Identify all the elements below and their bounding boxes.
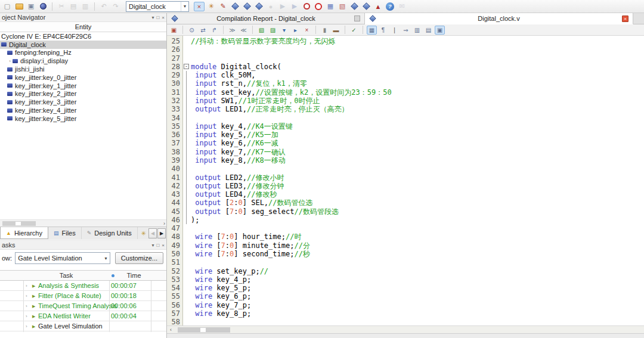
code-line[interactable]: output LED4,//修改秒	[183, 190, 644, 199]
tree-item[interactable]: key_jitter:key_2_jitter	[0, 90, 166, 98]
code-editor[interactable]: 2526272829303132333435363738394041424344…	[167, 36, 644, 325]
code-line[interactable]: output LED2,//修改小时	[183, 173, 644, 182]
chevron-down-icon[interactable]: ▾	[181, 2, 188, 11]
code-line[interactable]: output LED3,//修改分钟	[183, 182, 644, 190]
templates-icon[interactable]: ▬	[331, 26, 341, 35]
code-line[interactable]: output LED1,//正常走时亮，停止灭（高亮）	[183, 105, 644, 113]
code-line[interactable]: //抖动：数码管显示数字要亮度均匀，无闪烁	[183, 37, 644, 45]
cut-icon[interactable]: ✂	[56, 2, 67, 11]
code-line[interactable]: input key_7,//K7一确认	[183, 148, 644, 156]
code-line[interactable]: wire key_5_p;	[183, 284, 644, 292]
tree-item[interactable]: jishi:i_jishi	[0, 65, 166, 73]
scroll-left-icon[interactable]: ‹	[170, 326, 172, 333]
tab-scroll-left-button[interactable]: ◀	[148, 228, 157, 238]
code-line[interactable]: output [2:0] SEL,//数码管位选	[183, 199, 644, 207]
paste-icon[interactable]: ▥	[80, 2, 91, 11]
scrollbar-thumb[interactable]	[2, 221, 36, 226]
code-line[interactable]: input set_key,//设置按键，k2，设置时间为23：59：50	[183, 88, 644, 97]
code-line[interactable]: input key_4,//K4一设置键	[183, 122, 644, 131]
code-line[interactable]: wire key_4_p;	[183, 275, 644, 284]
pin-document-icon[interactable]: ▮	[320, 26, 330, 35]
flow-combobox[interactable]: Gate Level Simulation ▾	[15, 252, 110, 264]
code-line[interactable]: input key_8,//K8一移动	[183, 156, 644, 165]
bookmark-next-icon[interactable]: ▸	[290, 26, 301, 35]
tab-design-units[interactable]: ✎Design Units	[82, 227, 138, 239]
dock-float-icon[interactable]: □	[156, 15, 159, 20]
tree-item[interactable]: key_jitter:key_0_jitter	[0, 73, 166, 82]
code-line[interactable]	[183, 258, 644, 266]
tab-digital-clock-v[interactable]: Digital_clock.v ×	[365, 13, 633, 24]
dock-close-icon[interactable]: ×	[162, 15, 165, 20]
replace-icon[interactable]: ⇄	[198, 26, 208, 35]
cursor-mode-icon[interactable]: |	[389, 26, 400, 35]
programmer-icon[interactable]: ▲	[373, 2, 383, 11]
undo-icon[interactable]: ↶	[98, 2, 109, 11]
expand-chevron-icon[interactable]: ›	[26, 301, 27, 311]
task-row[interactable]: ›▶Fitter (Place & Route)00:00:18	[0, 291, 166, 301]
fullscreen-icon[interactable]: ▣	[435, 26, 445, 35]
customize-button[interactable]: Customize...	[115, 252, 163, 264]
dock-menu-icon[interactable]: ▾	[151, 15, 154, 20]
open-file-icon[interactable]	[14, 2, 24, 11]
chevron-right-icon[interactable]: ›	[7, 58, 13, 64]
find-icon[interactable]: ⊙	[187, 26, 197, 35]
expand-chevron-icon[interactable]: ›	[26, 291, 27, 301]
code-line[interactable]: wire key_7_p;	[183, 301, 644, 309]
code-area[interactable]: //抖动：数码管显示数字要亮度均匀，无闪烁-module Digital_clo…	[183, 36, 644, 325]
bookmark-toggle-icon[interactable]: ▾	[279, 26, 289, 35]
code-line[interactable]: input key_5,//K5一加	[183, 131, 644, 139]
rtl-viewer-icon[interactable]: ▦	[325, 2, 336, 11]
syntax-check-icon[interactable]: ✓	[349, 26, 359, 35]
tree-horizontal-scrollbar[interactable]: ›	[0, 219, 166, 227]
assignment-editor-icon[interactable]	[253, 2, 264, 11]
wand-icon[interactable]: ✳	[141, 230, 146, 237]
clock-icon[interactable]	[301, 2, 312, 11]
dock-close-icon[interactable]: ×	[162, 243, 165, 248]
code-line[interactable]: input key_6,//K6一减	[183, 139, 644, 147]
tab-files[interactable]: ▤Files	[48, 227, 82, 239]
tree-item[interactable]: Cyclone IV E: EP4CE40F29C6	[0, 32, 166, 41]
pin-planner-icon[interactable]: ✎	[218, 2, 228, 11]
dock-float-icon[interactable]: □	[156, 243, 159, 248]
code-line[interactable]	[183, 54, 644, 63]
scrollbar-thumb[interactable]	[178, 327, 230, 333]
close-icon[interactable]: ×	[622, 15, 628, 22]
expand-chevron-icon[interactable]: ›	[26, 311, 27, 321]
close-icon[interactable]	[354, 15, 360, 21]
tab-scroll-right-button[interactable]: ▶	[157, 228, 166, 238]
time-column-header[interactable]: Time	[117, 271, 151, 281]
comment-bubble-icon[interactable]: ✉	[397, 2, 407, 11]
tree-item[interactable]: key_jitter:key_1_jitter	[0, 82, 166, 90]
task-column-header[interactable]: Task	[23, 271, 109, 281]
code-line[interactable]: output [7:0] seg_select//数码管段选	[183, 207, 644, 216]
help-icon[interactable]: ?	[385, 2, 395, 11]
code-line[interactable]: wire [7:0] second_time;//秒	[183, 250, 644, 258]
copy-icon[interactable]: ▤	[68, 2, 79, 11]
redo-icon[interactable]: ↷	[110, 2, 121, 11]
comment-icon[interactable]: ▧	[256, 26, 267, 35]
incremental-compile-icon[interactable]	[242, 2, 252, 11]
editor-horizontal-scrollbar[interactable]: ‹	[167, 325, 644, 333]
word-wrap-icon[interactable]: ¶	[378, 26, 388, 35]
code-line[interactable]: input rst_n,//复位，k1，清零	[183, 79, 644, 88]
outdent-icon[interactable]: ≪	[239, 26, 249, 35]
compilation-report-icon[interactable]	[349, 2, 360, 11]
code-line[interactable]: );	[183, 216, 644, 224]
start-analysis-icon[interactable]: ▶	[289, 2, 300, 11]
scroll-right-icon[interactable]: ›	[163, 220, 165, 227]
settings-icon[interactable]: ×	[194, 2, 205, 11]
code-line[interactable]	[183, 318, 644, 325]
tree-item[interactable]: key_jitter:key_5_jitter	[0, 114, 166, 123]
code-line[interactable]: input clk_50M,	[183, 71, 644, 79]
uncomment-icon[interactable]: ▨	[268, 26, 278, 35]
project-icon[interactable]	[38, 2, 48, 11]
tree-item[interactable]: fenping:fenping_Hz	[0, 49, 166, 57]
compile-design-icon[interactable]	[230, 2, 240, 11]
code-line[interactable]: -module Digital_clock(	[183, 63, 644, 71]
stop-icon[interactable]: ●	[265, 2, 276, 11]
new-file-icon[interactable]: ▢	[2, 2, 13, 11]
indent-icon[interactable]: ≫	[227, 26, 237, 35]
stopwatch-icon[interactable]	[313, 2, 324, 11]
expand-chevron-icon[interactable]: ›	[26, 281, 27, 291]
print-icon[interactable]: ▣	[169, 26, 179, 35]
